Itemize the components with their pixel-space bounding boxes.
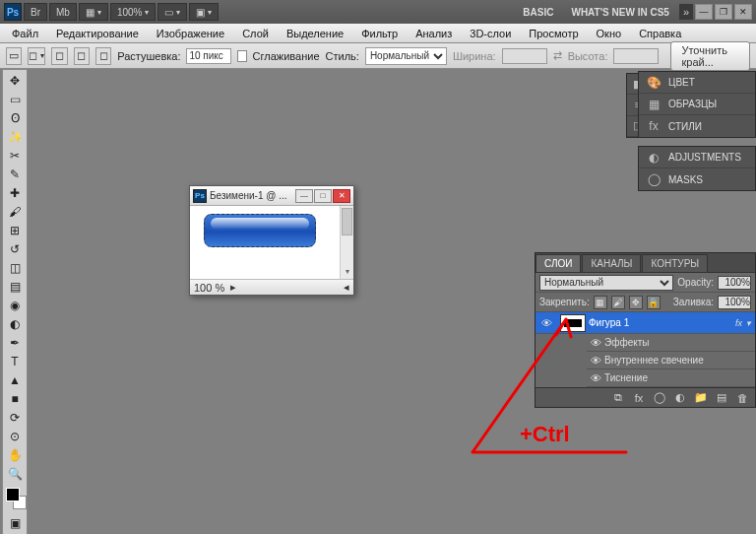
visibility-icon[interactable]: 👁 bbox=[587, 337, 604, 349]
effects-row[interactable]: 👁 Эффекты bbox=[587, 334, 755, 352]
ps-icon[interactable]: Ps bbox=[4, 3, 22, 21]
layer-group-icon[interactable]: 📁 bbox=[692, 390, 710, 406]
layer-style-icon[interactable]: fx bbox=[630, 390, 648, 406]
heal-tool[interactable]: ✚ bbox=[4, 184, 26, 202]
menu-filter[interactable]: Фильтр bbox=[353, 26, 406, 41]
quickmask-toggle[interactable]: ▣ bbox=[4, 514, 26, 532]
menu-edit[interactable]: Редактирование bbox=[48, 26, 147, 41]
layer-name[interactable]: Фигура 1 bbox=[589, 317, 735, 328]
effect-inner-glow[interactable]: 👁 Внутреннее свечение bbox=[587, 352, 755, 369]
canvas-shape-selection[interactable] bbox=[204, 214, 316, 247]
doc-info-icon[interactable]: ▸ bbox=[230, 281, 236, 294]
refine-edge-button[interactable]: Уточнить край... bbox=[670, 41, 750, 71]
minibridge-button[interactable]: Mb bbox=[49, 3, 77, 21]
3d-camera-tool[interactable]: ⊙ bbox=[4, 428, 26, 445]
document-titlebar[interactable]: Ps Безимени-1 @ ... — □ ✕ bbox=[190, 186, 353, 206]
panel-masks[interactable]: ◯MASKS bbox=[639, 168, 755, 190]
lock-position-icon[interactable]: ✥ bbox=[629, 296, 643, 309]
workspace-more-icon[interactable]: » bbox=[679, 4, 693, 20]
pen-tool[interactable]: ✒ bbox=[4, 334, 26, 352]
color-swatches[interactable] bbox=[4, 488, 26, 513]
menu-select[interactable]: Выделение bbox=[279, 26, 351, 41]
doc-minimize-icon[interactable]: — bbox=[295, 189, 313, 203]
fill-input[interactable] bbox=[718, 296, 751, 309]
feather-input[interactable] bbox=[186, 48, 231, 64]
visibility-icon[interactable]: 👁 bbox=[587, 355, 604, 367]
restore-icon[interactable]: ❐ bbox=[715, 4, 732, 20]
delete-layer-icon[interactable]: 🗑 bbox=[733, 390, 751, 406]
panel-color[interactable]: 🎨ЦВЕТ bbox=[639, 72, 755, 94]
arrange-menu[interactable]: ▭ bbox=[158, 3, 187, 21]
menu-layer[interactable]: Слой bbox=[234, 26, 277, 41]
selection-mode-intersect[interactable]: ◻ bbox=[95, 47, 111, 65]
lock-pixels-icon[interactable]: 🖌 bbox=[611, 296, 625, 309]
wand-tool[interactable]: ✨ bbox=[4, 128, 26, 146]
link-layers-icon[interactable]: ⧉ bbox=[609, 390, 627, 406]
doc-nav-left-icon[interactable]: ◂ bbox=[344, 281, 349, 294]
hand-tool[interactable]: ✋ bbox=[4, 446, 26, 464]
menu-help[interactable]: Справка bbox=[631, 26, 689, 41]
selection-mode-new[interactable]: ◻ bbox=[28, 47, 45, 65]
workspace-basic[interactable]: BASIC bbox=[515, 7, 561, 18]
fx-expand-icon[interactable]: ▾ bbox=[746, 318, 755, 328]
antialias-checkbox[interactable] bbox=[237, 50, 246, 62]
panel-adjustments[interactable]: ◐ADJUSTMENTS bbox=[639, 147, 755, 168]
visibility-icon[interactable]: 👁 bbox=[587, 372, 604, 384]
doc-zoom-value[interactable]: 100 % bbox=[194, 282, 224, 294]
panel-styles[interactable]: fxСТИЛИ bbox=[639, 115, 755, 137]
minimize-icon[interactable]: — bbox=[695, 4, 713, 20]
path-select-tool[interactable]: ▲ bbox=[4, 371, 26, 389]
stamp-tool[interactable]: ⊞ bbox=[4, 222, 26, 239]
eyedropper-tool[interactable]: ✎ bbox=[4, 166, 26, 183]
selection-mode-add[interactable]: ◻ bbox=[51, 47, 67, 65]
doc-close-icon[interactable]: ✕ bbox=[333, 189, 350, 203]
blur-tool[interactable]: ◉ bbox=[4, 297, 26, 314]
blend-mode-select[interactable]: Нормальный bbox=[539, 275, 673, 291]
screen-mode-menu[interactable]: ▣ bbox=[189, 3, 219, 21]
lock-all-icon[interactable]: 🔒 bbox=[647, 296, 661, 309]
zoom-level[interactable]: 100% bbox=[110, 3, 157, 21]
fg-color-swatch[interactable] bbox=[6, 488, 20, 501]
layer-mask-icon[interactable]: ◯ bbox=[651, 390, 668, 406]
new-layer-icon[interactable]: ▤ bbox=[713, 390, 730, 406]
marquee-tool[interactable]: ▭ bbox=[4, 91, 26, 108]
3d-tool[interactable]: ⟳ bbox=[4, 409, 26, 427]
adjustment-layer-icon[interactable]: ◐ bbox=[671, 390, 689, 406]
panel-swatches[interactable]: ▦ОБРАЗЦЫ bbox=[639, 94, 755, 115]
close-icon[interactable]: ✕ bbox=[734, 4, 752, 20]
bridge-button[interactable]: Br bbox=[24, 3, 47, 21]
document-canvas[interactable] bbox=[192, 206, 340, 279]
menu-file[interactable]: Файл bbox=[4, 26, 46, 41]
lasso-tool[interactable]: ʘ bbox=[4, 109, 26, 127]
shape-tool[interactable]: ■ bbox=[4, 390, 26, 408]
gradient-tool[interactable]: ▤ bbox=[4, 278, 26, 296]
view-extras-menu[interactable]: ▦ bbox=[79, 3, 108, 21]
history-brush-tool[interactable]: ↺ bbox=[4, 240, 26, 258]
fx-badge[interactable]: fx bbox=[735, 318, 746, 328]
type-tool[interactable]: T bbox=[4, 353, 26, 370]
zoom-tool[interactable]: 🔍 bbox=[4, 465, 26, 483]
crop-tool[interactable]: ✂ bbox=[4, 147, 26, 165]
selection-mode-sub[interactable]: ◻ bbox=[74, 47, 90, 65]
vertical-scrollbar[interactable]: ▴ ▾ bbox=[340, 206, 353, 279]
effect-bevel[interactable]: 👁 Тиснение bbox=[587, 369, 755, 387]
menu-analysis[interactable]: Анализ bbox=[408, 26, 460, 41]
tab-channels[interactable]: КАНАЛЫ bbox=[582, 254, 641, 272]
visibility-icon[interactable]: 👁 bbox=[536, 317, 557, 329]
menu-3d[interactable]: 3D-слои bbox=[462, 26, 519, 41]
scroll-thumb[interactable] bbox=[342, 208, 352, 235]
workspace-whatsnew[interactable]: WHAT'S NEW IN CS5 bbox=[563, 7, 676, 18]
opacity-input[interactable] bbox=[718, 276, 751, 290]
layer-thumbnail[interactable] bbox=[560, 314, 586, 332]
menu-view[interactable]: Просмотр bbox=[521, 26, 586, 41]
tab-paths[interactable]: КОНТУРЫ bbox=[642, 254, 708, 272]
doc-maximize-icon[interactable]: □ bbox=[314, 189, 332, 203]
scroll-down-icon[interactable]: ▾ bbox=[341, 267, 353, 279]
lock-transparent-icon[interactable]: ▦ bbox=[594, 296, 607, 309]
tab-layers[interactable]: СЛОИ bbox=[536, 254, 581, 272]
current-tool-icon[interactable]: ▭ bbox=[6, 47, 22, 65]
brush-tool[interactable]: 🖌 bbox=[4, 203, 26, 221]
move-tool[interactable]: ✥ bbox=[4, 72, 26, 90]
eraser-tool[interactable]: ◫ bbox=[4, 259, 26, 277]
style-select[interactable]: Нормальный bbox=[365, 47, 447, 65]
